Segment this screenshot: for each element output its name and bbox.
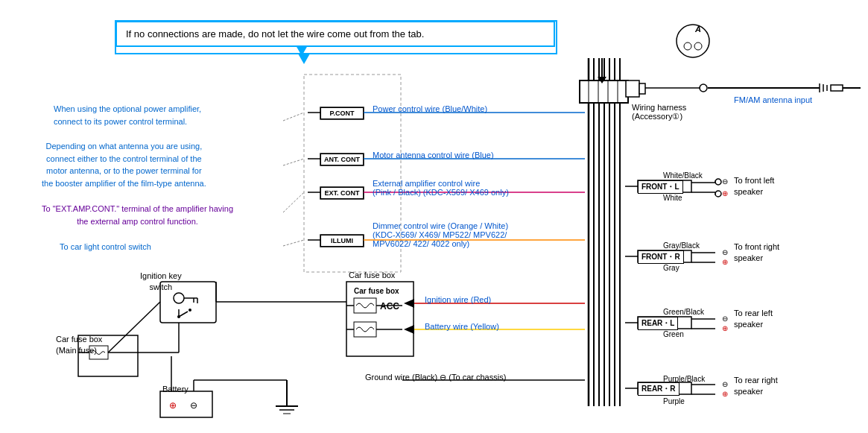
front-l-neg-color: White/Black [663, 171, 703, 180]
main-fuse-label: Car fuse box (Main fuse) [56, 334, 102, 357]
illumi-connector: ILLUMI [320, 235, 364, 247]
wire-ext-amp: External amplifier control wire (Pink / … [373, 179, 509, 197]
svg-text:⊖: ⊖ [722, 177, 728, 186]
svg-point-17 [677, 25, 709, 57]
svg-rect-27 [831, 85, 843, 91]
pcont-connector: P.CONT [320, 107, 364, 119]
svg-point-19 [694, 42, 702, 50]
svg-text:⊕: ⊕ [722, 390, 728, 398]
rear-r-connector: REAR・R [638, 382, 679, 396]
svg-text:⊕: ⊕ [722, 324, 728, 332]
wiring-harness-label: Wiring harness (Accessory①) [632, 103, 686, 121]
antenna-label: FM/AM antenna input [734, 95, 812, 104]
wire-dimmer: Dimmer control wire (Orange / White) (KD… [373, 221, 508, 248]
note-car-light: To car light control switch [60, 242, 151, 251]
svg-rect-86 [354, 298, 376, 313]
rear-left-speaker: To rear leftspeaker [734, 308, 773, 331]
front-r-connector: FRONT・R [638, 250, 684, 264]
wire-ground: Ground wire (Black) ⊖ (To car chassis) [365, 373, 506, 382]
note-ext-amp: To "EXT.AMP.CONT." terminal of the ampli… [42, 203, 233, 227]
callout-box: If no connections are made, do not let t… [115, 21, 555, 47]
front-r-neg-color: Gray/Black [663, 241, 700, 250]
svg-text:⊖: ⊖ [190, 400, 197, 411]
ignition-key-label: Ignition key switch [140, 271, 182, 294]
rear-r-pos-color: Purple [663, 397, 685, 405]
wire-power-control: Power control wire (Blue/White) [373, 104, 487, 113]
antcont-connector: ANT. CONT [320, 154, 364, 165]
rear-l-pos-color: Green [663, 330, 684, 338]
svg-point-54 [715, 191, 721, 197]
wire-battery: Battery wire (Yellow) [425, 322, 499, 331]
svg-point-18 [684, 42, 691, 50]
rear-l-connector: REAR・L [638, 317, 678, 330]
note-amplifier: When using the optional power amplifier,… [54, 103, 201, 127]
svg-text:⊕: ⊕ [722, 189, 728, 197]
svg-point-82 [189, 309, 191, 312]
svg-rect-21 [626, 80, 639, 97]
rear-right-speaker: To rear rightspeaker [734, 375, 778, 398]
svg-rect-10 [580, 80, 628, 103]
front-l-pos-color: White [663, 194, 682, 202]
svg-rect-104 [160, 391, 212, 417]
battery-label: Battery [162, 385, 189, 394]
svg-point-83 [177, 315, 180, 318]
svg-line-117 [283, 113, 304, 121]
front-l-connector: FRONT・L [638, 180, 683, 194]
car-fuse-box-label: Car fuse box [349, 271, 395, 279]
svg-line-120 [283, 240, 304, 246]
svg-rect-22 [639, 83, 645, 94]
svg-line-119 [283, 192, 304, 212]
svg-text:A: A [694, 25, 701, 34]
wire-motor-antenna: Motor antenna control wire (Blue) [373, 151, 494, 159]
svg-line-118 [283, 159, 304, 165]
svg-text:⊖: ⊖ [722, 380, 728, 388]
svg-rect-89 [354, 322, 376, 337]
note-antenna: Depending on what antenna you are using,… [42, 140, 206, 189]
svg-text:⊕: ⊕ [722, 258, 728, 266]
front-left-speaker: To front leftspeaker [734, 175, 774, 198]
wire-ignition: Ignition wire (Red) [425, 295, 491, 304]
svg-point-50 [715, 179, 721, 185]
front-r-pos-color: Gray [663, 264, 679, 272]
svg-text:Car fuse box: Car fuse box [354, 287, 399, 295]
front-right-speaker: To front rightspeaker [734, 241, 779, 265]
svg-text:⊖: ⊖ [722, 315, 728, 323]
svg-text:ACC: ACC [380, 301, 399, 312]
rear-l-neg-color: Green/Black [663, 308, 704, 316]
callout-text: If no connections are made, do not let t… [126, 28, 424, 39]
svg-text:⊕: ⊕ [169, 400, 177, 411]
svg-text:⊖: ⊖ [722, 248, 728, 256]
svg-point-29 [700, 84, 707, 92]
wiring-diagram: A [0, 0, 868, 433]
extcont-connector: EXT. CONT [320, 187, 364, 199]
rear-r-neg-color: Purple/Black [663, 375, 705, 383]
